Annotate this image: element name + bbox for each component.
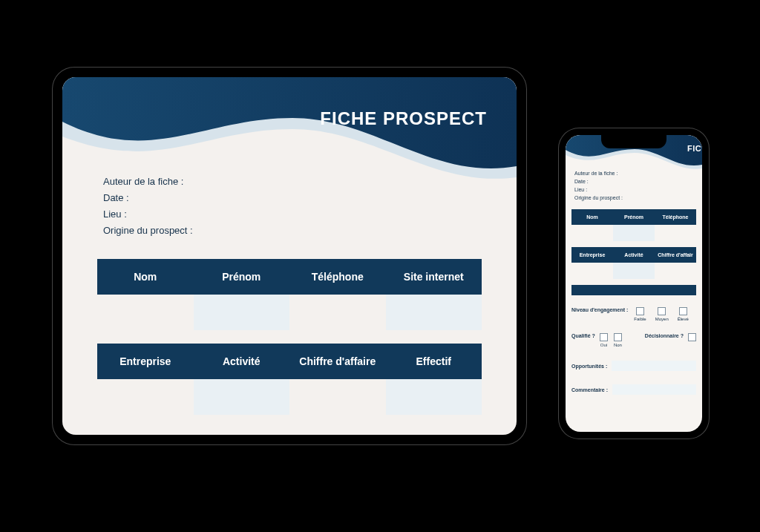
meta-origine: Origine du prospect :	[103, 223, 193, 239]
tablet-form-body: Nom Prénom Téléphone Site internet Entre…	[97, 259, 482, 415]
opportunites-label: Opportunités :	[571, 364, 607, 369]
tablet-device: FICHE PROSPECT Auteur de la fiche : Date…	[52, 67, 527, 445]
commentaire-label: Commentaire :	[571, 387, 608, 393]
engagement-row: Niveau d'engagement : Faible Moyen Él	[571, 307, 696, 321]
qualifie-label: Qualifié ?	[571, 333, 595, 338]
input-effectif[interactable]	[386, 379, 482, 415]
engagement-option[interactable]: Élevé	[678, 307, 689, 321]
form-title-truncated: FIC	[687, 144, 702, 153]
col-activite: Activité	[613, 247, 655, 263]
checkbox-icon[interactable]	[679, 307, 687, 315]
meta-origine: Origine du prospect :	[574, 194, 696, 202]
checkbox-icon[interactable]	[658, 307, 666, 315]
table-input-row[interactable]	[571, 225, 696, 241]
col-activite: Activité	[194, 344, 290, 379]
meta-date: Date :	[574, 177, 696, 185]
commentaire-row: Commentaire :	[571, 384, 696, 395]
meta-date: Date :	[103, 190, 193, 206]
input-activite[interactable]	[194, 379, 290, 415]
table-header-row: Entreprise Activité Chiffre d'affair	[571, 247, 696, 263]
decisionnaire-label: Décisionnaire ?	[645, 333, 684, 338]
input-prenom[interactable]	[613, 225, 655, 241]
col-telephone: Téléphone	[655, 209, 696, 225]
form-meta: Auteur de la fiche : Date : Lieu : Origi…	[103, 174, 193, 239]
engagement-label: Niveau d'engagement :	[571, 307, 628, 312]
phone-form-body: Nom Prénom Téléphone Entreprise Activité…	[571, 209, 696, 395]
checkbox-icon[interactable]	[636, 307, 644, 315]
table-header-row: Entreprise Activité Chiffre d'affaire Ef…	[97, 344, 482, 379]
input-entreprise[interactable]	[97, 379, 194, 415]
input-site[interactable]	[386, 295, 482, 330]
meta-lieu: Lieu :	[103, 206, 193, 223]
table-header-row: Nom Prénom Téléphone	[571, 209, 696, 225]
qualifie-option[interactable]: Non	[614, 333, 622, 347]
input-activite[interactable]	[613, 263, 655, 279]
checkbox-icon[interactable]	[614, 333, 622, 341]
input-ca[interactable]	[655, 263, 696, 279]
meta-author: Auteur de la fiche :	[103, 174, 193, 190]
col-entreprise: Entreprise	[97, 344, 194, 379]
table-header-row: Nom Prénom Téléphone Site internet	[97, 259, 482, 295]
input-nom[interactable]	[97, 295, 194, 330]
col-prenom: Prénom	[613, 209, 655, 225]
table-input-row[interactable]	[571, 263, 696, 279]
tablet-header-wave	[62, 77, 517, 188]
input-telephone[interactable]	[655, 225, 696, 241]
col-ca: Chiffre d'affaire	[289, 344, 386, 379]
col-telephone: Téléphone	[289, 259, 386, 295]
col-prenom: Prénom	[194, 259, 290, 295]
phone-notch	[601, 135, 666, 148]
table-input-row[interactable]	[97, 379, 482, 415]
col-nom: Nom	[571, 209, 613, 225]
col-ca: Chiffre d'affair	[655, 247, 696, 263]
opportunites-input[interactable]	[612, 361, 696, 371]
checkbox-icon[interactable]	[600, 333, 608, 341]
checkbox-icon[interactable]	[688, 333, 696, 341]
qualifie-group: Qualifié ? Oui Non	[571, 333, 622, 347]
form-meta: Auteur de la fiche : Date : Lieu : Origi…	[574, 169, 696, 202]
decisionnaire-group: Décisionnaire ?	[645, 333, 696, 347]
tablet-screen: FICHE PROSPECT Auteur de la fiche : Date…	[62, 77, 517, 435]
engagement-option[interactable]: Faible	[634, 307, 646, 321]
table-input-row[interactable]	[97, 295, 482, 330]
commentaire-input[interactable]	[612, 384, 696, 395]
engagement-option[interactable]: Moyen	[655, 307, 669, 321]
meta-lieu: Lieu :	[574, 185, 696, 194]
opportunites-row: Opportunités :	[571, 361, 696, 371]
qualifie-decisionnaire-row: Qualifié ? Oui Non	[571, 333, 696, 347]
col-effectif: Effectif	[386, 344, 482, 379]
section-bar	[571, 285, 696, 295]
phone-screen: FIC Auteur de la fiche : Date : Lieu : O…	[566, 135, 702, 432]
qualifie-option[interactable]: Oui	[600, 333, 608, 347]
input-telephone[interactable]	[289, 295, 386, 330]
phone-device: FIC Auteur de la fiche : Date : Lieu : O…	[558, 128, 710, 439]
col-entreprise: Entreprise	[571, 247, 613, 263]
meta-author: Auteur de la fiche :	[574, 169, 696, 177]
input-entreprise[interactable]	[571, 263, 613, 279]
input-ca[interactable]	[289, 379, 386, 415]
col-site: Site internet	[386, 259, 482, 295]
form-title: FICHE PROSPECT	[320, 108, 487, 129]
col-nom: Nom	[97, 259, 194, 295]
input-nom[interactable]	[571, 225, 613, 241]
input-prenom[interactable]	[194, 295, 290, 330]
